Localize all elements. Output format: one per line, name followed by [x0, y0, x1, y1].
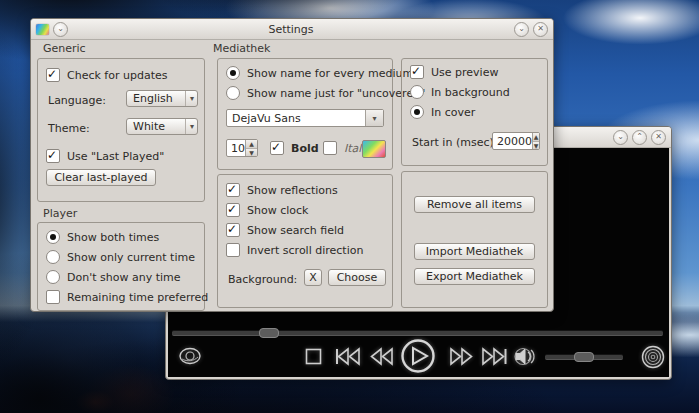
- checkbox[interactable]: [226, 223, 240, 237]
- radio[interactable]: [46, 270, 60, 284]
- radio[interactable]: [410, 85, 424, 99]
- radio-show-only-current-time[interactable]: Show only current time: [46, 250, 195, 264]
- seek-slider-handle[interactable]: [259, 328, 279, 338]
- spin-up-icon[interactable]: ▲: [533, 133, 539, 142]
- option-label: Bold: [291, 142, 319, 155]
- mediathek-actions-frame: Remove all items Import Mediathek Export…: [401, 171, 548, 308]
- skip-next-button[interactable]: [481, 347, 508, 366]
- option-label: In background: [431, 86, 510, 99]
- radio-in-background[interactable]: In background: [410, 85, 510, 99]
- option-label: Show reflections: [247, 184, 338, 197]
- radio-show-name-every-medium[interactable]: Show name for every medium: [226, 66, 413, 80]
- theme-select[interactable]: White ▾: [126, 118, 198, 135]
- option-label: Show only current time: [67, 251, 195, 264]
- player-frame: Show both times Show only current time D…: [37, 222, 205, 311]
- radio[interactable]: [226, 66, 240, 80]
- option-label: Show search field: [247, 224, 344, 237]
- checkbox[interactable]: [46, 68, 60, 82]
- group-label-generic: Generic: [43, 42, 86, 55]
- spin-down-icon[interactable]: ▼: [533, 142, 539, 150]
- generic-frame: Check for updates Language: English ▾ Th…: [37, 58, 205, 202]
- export-mediathek-button[interactable]: Export Mediathek: [414, 268, 535, 285]
- shade-button[interactable]: ⌄: [514, 22, 529, 37]
- spin-up-icon[interactable]: ▲: [246, 140, 257, 149]
- radio-show-both-times[interactable]: Show both times: [46, 230, 159, 244]
- selected-value: DejaVu Sans: [227, 110, 365, 126]
- start-in-spinner[interactable]: 20000 ▲▼: [492, 132, 540, 150]
- radio-in-cover[interactable]: In cover: [410, 105, 475, 119]
- fast-forward-button[interactable]: [449, 347, 474, 366]
- checkbox-show-clock[interactable]: Show clock: [226, 203, 308, 217]
- radio[interactable]: [226, 86, 240, 100]
- maximize-button[interactable]: ⌃: [632, 130, 647, 145]
- remove-all-items-button[interactable]: Remove all items: [414, 196, 535, 213]
- font-color-button[interactable]: [362, 140, 386, 158]
- shade-button[interactable]: ⌄: [613, 130, 628, 145]
- stop-button[interactable]: [305, 348, 322, 365]
- globe-icon[interactable]: [178, 346, 202, 366]
- selected-value: White: [133, 120, 185, 133]
- volume-icon[interactable]: [513, 346, 537, 367]
- checkbox-use-preview[interactable]: Use preview: [410, 65, 498, 79]
- clear-last-played-button[interactable]: Clear last-played: [46, 169, 156, 186]
- play-button[interactable]: [400, 338, 436, 374]
- volume-slider-handle[interactable]: [574, 352, 594, 362]
- radio[interactable]: [46, 230, 60, 244]
- spiral-icon[interactable]: [641, 345, 665, 369]
- radio-dont-show-any-time[interactable]: Don't show any time: [46, 270, 181, 284]
- chevron-down-icon: ⌄: [617, 133, 624, 141]
- spinner-value: 20000: [493, 133, 532, 149]
- checkbox[interactable]: [46, 149, 60, 163]
- preview-frame: Use preview In background In cover Start…: [401, 58, 548, 166]
- radio[interactable]: [46, 250, 60, 264]
- option-label: Use preview: [431, 66, 498, 79]
- chevron-down-icon[interactable]: ▾: [365, 110, 383, 126]
- mediathek-name-frame: Show name for every medium Show name jus…: [217, 58, 393, 170]
- option-label: Show both times: [67, 231, 159, 244]
- checkbox-remaining-time-preferred[interactable]: Remaining time preferred: [46, 290, 208, 304]
- settings-window: ⌄ Settings ⌄ ✕ Generic Player Mediathek …: [30, 18, 554, 312]
- window-menu-button[interactable]: ⌄: [53, 22, 68, 37]
- checkbox-bold[interactable]: Bold: [270, 141, 319, 155]
- close-button[interactable]: ✕: [533, 22, 548, 37]
- app-icon: [36, 24, 49, 35]
- option-label: Remaining time preferred: [67, 291, 208, 304]
- radio[interactable]: [410, 105, 424, 119]
- option-label: Show name just for "uncovered": [247, 87, 425, 100]
- chevron-down-icon: ▾: [185, 91, 194, 106]
- checkbox-invert-scroll-direction[interactable]: Invert scroll direction: [226, 243, 363, 257]
- skip-back-button[interactable]: [334, 347, 361, 366]
- option-label: Don't show any time: [67, 271, 181, 284]
- background-choose-button[interactable]: Choose: [328, 269, 386, 286]
- seek-slider[interactable]: [172, 330, 663, 336]
- settings-titlebar[interactable]: ⌄ Settings ⌄ ✕: [31, 19, 553, 40]
- close-icon: ✕: [537, 25, 544, 33]
- background-label: Background:: [228, 273, 297, 286]
- checkbox-show-search-field[interactable]: Show search field: [226, 223, 344, 237]
- background-clear-button[interactable]: X: [304, 269, 322, 286]
- close-button[interactable]: ✕: [651, 130, 666, 145]
- option-label: In cover: [431, 106, 475, 119]
- checkbox[interactable]: [410, 65, 424, 79]
- checkbox[interactable]: [226, 243, 240, 257]
- font-size-spinner[interactable]: 10 ▲▼: [226, 139, 258, 157]
- option-label: Check for updates: [67, 69, 167, 82]
- checkbox[interactable]: [270, 141, 284, 155]
- selected-value: English: [133, 92, 185, 105]
- spinner-value: 10: [227, 140, 245, 156]
- import-mediathek-button[interactable]: Import Mediathek: [414, 243, 535, 260]
- language-select[interactable]: English ▾: [126, 90, 198, 107]
- checkbox[interactable]: [226, 203, 240, 217]
- checkbox-check-for-updates[interactable]: Check for updates: [46, 68, 167, 82]
- checkbox-use-last-played[interactable]: Use "Last Played": [46, 149, 164, 163]
- checkbox-show-reflections[interactable]: Show reflections: [226, 183, 338, 197]
- checkbox[interactable]: [323, 141, 337, 155]
- font-family-select[interactable]: DejaVu Sans ▾: [226, 109, 384, 127]
- checkbox[interactable]: [46, 290, 60, 304]
- option-label: Show name for every medium: [247, 67, 413, 80]
- close-icon: ✕: [655, 133, 662, 141]
- checkbox[interactable]: [226, 183, 240, 197]
- radio-show-name-uncovered[interactable]: Show name just for "uncovered": [226, 86, 425, 100]
- spin-down-icon[interactable]: ▼: [246, 149, 257, 157]
- rewind-button[interactable]: [369, 347, 394, 366]
